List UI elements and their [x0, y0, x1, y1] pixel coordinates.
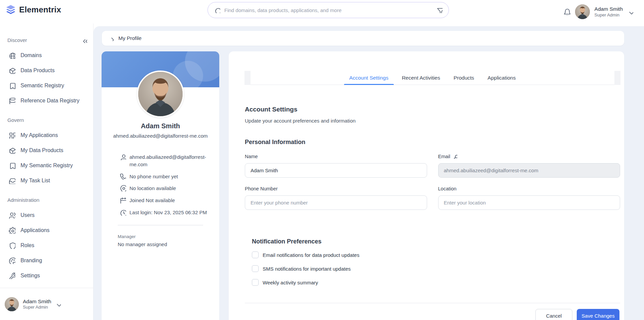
location-icon: [120, 185, 126, 191]
sidebar-item-data-products[interactable]: Data Products: [7, 63, 87, 78]
location-input[interactable]: [438, 195, 620, 210]
filter-funnel-icon[interactable]: [437, 7, 443, 13]
detail-text: Last login: Nov 23, 2025 06:32 PM: [129, 209, 207, 216]
notification-option-sms[interactable]: SMS notifications for important updates: [252, 265, 620, 273]
notification-preferences-title: Notification Preferences: [252, 238, 620, 245]
section-label: Discover: [7, 37, 27, 43]
layers-logo-icon: [5, 4, 16, 15]
profile-email: ahmed.abuiliazeed@digitalforrest-me.com: [102, 133, 219, 139]
gear-icon: [9, 227, 15, 234]
sidebar-item-domains[interactable]: Domains: [7, 48, 87, 63]
topbar-user-role: Super Admin: [595, 12, 623, 18]
cube-icon: [9, 147, 15, 154]
detail-text: No location available: [129, 185, 176, 192]
section-label: Govern: [7, 117, 24, 123]
sidebar-item-reference-data-registry[interactable]: Reference Data Registry: [7, 93, 87, 108]
save-changes-button[interactable]: Save Changes: [577, 309, 619, 320]
location-field-group: Location: [438, 186, 620, 210]
globe-icon: [9, 52, 15, 59]
detail-email: ahmed.abuiliazeed@digitalforrest-me.com: [120, 153, 213, 168]
sidebar: Discover Domains Data Products Semantic …: [0, 24, 93, 320]
sidebar-section-administration: Administration: [7, 195, 87, 204]
bookmark-icon: [9, 82, 15, 89]
sidebar-user-role: Super Admin: [23, 305, 51, 310]
sidebar-item-my-applications[interactable]: My Applications: [7, 128, 87, 143]
personal-info-title: Personal Information: [245, 139, 620, 146]
lock-icon: [453, 154, 457, 159]
chevron-down-icon[interactable]: [628, 9, 633, 15]
sidebar-item-semantic-registry[interactable]: Semantic Registry: [7, 78, 87, 93]
sidebar-item-roles[interactable]: Roles: [7, 238, 87, 253]
sidebar-item-label: Domains: [21, 52, 42, 58]
sidebar-item-users[interactable]: Users: [7, 208, 87, 223]
manager-block: Manager No manager assigned: [118, 234, 219, 247]
form-actions: Cancel Save Changes: [245, 309, 620, 320]
tab-recent-activities[interactable]: Recent Activities: [396, 71, 446, 85]
detail-last-login: Last login: Nov 23, 2025 06:32 PM: [120, 209, 213, 216]
sidebar-item-label: Semantic Registry: [21, 83, 64, 89]
checkbox-unchecked[interactable]: [252, 265, 259, 272]
collapse-sidebar-icon[interactable]: [81, 37, 87, 43]
search-icon: [215, 7, 220, 13]
sidebar-item-label: Roles: [21, 242, 34, 248]
topbar: Elementrix Adam Smith Super Admin: [0, 0, 644, 24]
tab-applications[interactable]: Applications: [482, 71, 521, 85]
settings-card: Account Settings Recent Activities Produ…: [229, 51, 624, 320]
detail-text: No phone number yet: [129, 173, 178, 180]
sidebar-item-my-semantic-registry[interactable]: My Semantic Registry: [7, 158, 87, 173]
sidebar-item-branding[interactable]: Branding: [7, 253, 87, 268]
checkbox-unchecked[interactable]: [252, 252, 259, 258]
brand[interactable]: Elementrix: [5, 4, 61, 15]
sidebar-item-label: Branding: [21, 258, 42, 264]
detail-phone: No phone number yet: [120, 173, 213, 180]
bell-icon[interactable]: [563, 8, 570, 15]
avatar: [5, 297, 19, 311]
sidebar-item-label: My Data Products: [21, 147, 63, 153]
tab-account-settings[interactable]: Account Settings: [344, 71, 394, 85]
sidebar-item-label: My Task List: [21, 178, 50, 184]
profile-name: Adam Smith: [102, 122, 219, 130]
profile-details: ahmed.abuiliazeed@digitalforrest-me.com …: [120, 153, 213, 216]
sidebar-item-label: Settings: [21, 273, 40, 279]
section-label: Administration: [7, 197, 39, 203]
breadcrumb[interactable]: My Profile: [102, 31, 624, 46]
sidebar-section-discover: Discover: [7, 36, 87, 44]
detail-text: Joined Not available: [129, 197, 175, 204]
brand-name: Elementrix: [19, 5, 61, 14]
tab-products[interactable]: Products: [448, 71, 480, 85]
profile-avatar: [137, 71, 184, 118]
sidebar-item-label: Reference Data Registry: [21, 98, 79, 104]
sidebar-item-label: My Semantic Registry: [21, 163, 73, 169]
sidebar-item-my-task-list[interactable]: My Task List: [7, 173, 87, 188]
notification-option-email[interactable]: Email notifications for data product upd…: [252, 251, 620, 259]
divider: [245, 303, 620, 303]
global-search[interactable]: [207, 2, 449, 18]
topbar-user[interactable]: Adam Smith Super Admin: [595, 6, 623, 18]
shield-icon: [9, 242, 15, 249]
avatar[interactable]: [575, 4, 590, 19]
personal-info-form: Name Email Phone Number: [245, 154, 620, 210]
sidebar-item-applications[interactable]: Applications: [7, 223, 87, 238]
cancel-button[interactable]: Cancel: [535, 309, 572, 320]
cube-icon: [9, 67, 15, 74]
detail-text: ahmed.abuiliazeed@digitalforrest-me.com: [129, 153, 213, 168]
name-field-group: Name: [245, 154, 427, 178]
notification-preferences: Notification Preferences Email notificat…: [252, 238, 620, 286]
phone-label: Phone Number: [245, 186, 427, 191]
palette-icon: [9, 257, 15, 264]
checkbox-unchecked[interactable]: [252, 279, 259, 286]
sidebar-user-card[interactable]: Adam Smith Super Admin: [0, 288, 93, 320]
email-input: [438, 163, 620, 178]
sidebar-item-label: Applications: [21, 227, 49, 233]
name-input[interactable]: [245, 163, 427, 178]
phone-input[interactable]: [245, 195, 427, 210]
sidebar-item-label: My Applications: [21, 132, 58, 138]
search-input[interactable]: [224, 7, 433, 13]
main-area: My Profile Adam Smith ahmed.abuiliazeed@…: [93, 24, 644, 320]
sidebar-item-my-data-products[interactable]: My Data Products: [7, 143, 87, 158]
sidebar-item-settings[interactable]: Settings: [7, 268, 87, 283]
notification-option-weekly[interactable]: Weekly activity summary: [252, 278, 620, 286]
email-field-group: Email: [438, 154, 620, 178]
manager-value: No manager assigned: [118, 241, 219, 247]
chevron-down-icon[interactable]: [55, 301, 61, 307]
